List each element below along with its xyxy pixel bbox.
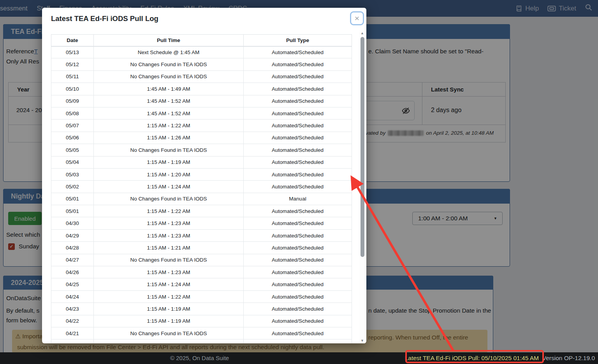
- latest-pull-status: Latest TEA Ed-Fi iODS Pull: 05/10/2025 0…: [405, 355, 539, 362]
- date-cell: 05/13: [51, 46, 94, 58]
- log-table-row: 05/01No Changes Found in TEA IODSManual: [51, 193, 352, 205]
- date-cell: 05/08: [51, 107, 94, 119]
- pull-type-cell: Automated/Scheduled: [244, 217, 352, 229]
- log-table-row: 05/041:15 AM - 1:19 AMAutomated/Schedule…: [51, 156, 352, 168]
- pull-time-cell: 1:15 AM - 1:22 AM: [94, 120, 244, 132]
- log-table-row: 05/021:15 AM - 1:24 AMAutomated/Schedule…: [51, 181, 352, 193]
- date-cell: 05/11: [51, 70, 94, 83]
- log-table-row: 04/231:15 AM - 1:19 AMAutomated/Schedule…: [51, 303, 352, 315]
- date-cell: 04/23: [51, 303, 94, 315]
- log-table-row: 05/13Next Schedule @ 1:45 AMAutomated/Sc…: [51, 46, 352, 58]
- date-cell: 05/10: [51, 83, 94, 95]
- log-table-row: 05/071:15 AM - 1:22 AMAutomated/Schedule…: [51, 120, 352, 132]
- date-cell: 04/22: [51, 315, 94, 327]
- pull-log-table: DatePull TimePull Type 05/13Next Schedul…: [51, 34, 352, 343]
- pull-time-cell: 1:45 AM - 1:49 AM: [94, 83, 244, 95]
- pull-type-cell: Automated/Scheduled: [244, 168, 352, 180]
- date-cell: 05/02: [51, 181, 94, 193]
- log-table-row: 05/12No Changes Found in TEA IODSAutomat…: [51, 58, 352, 70]
- pull-time-cell: No Changes Found in TEA IODS: [94, 144, 244, 156]
- pull-time-cell: No Changes Found in TEA IODS: [94, 339, 244, 343]
- date-cell: 05/01: [51, 193, 94, 205]
- pull-time-cell: 1:15 AM - 1:22 AM: [94, 205, 244, 217]
- pull-time-cell: 1:15 AM - 1:19 AM: [94, 315, 244, 327]
- pull-time-cell: 1:15 AM - 1:19 AM: [94, 156, 244, 168]
- copyright-text: © 2025, On Data Suite: [170, 355, 229, 361]
- modal-scrollbar[interactable]: ▲ ▼: [359, 30, 366, 343]
- pull-type-cell: Automated/Scheduled: [244, 144, 352, 156]
- pull-type-cell: Automated/Scheduled: [244, 229, 352, 241]
- pull-type-cell: Automated/Scheduled: [244, 156, 352, 168]
- page: sessmentStaffFinanceAccountabilityEd-Fi …: [0, 0, 598, 364]
- log-table-row: 04/261:15 AM - 1:23 AMAutomated/Schedule…: [51, 266, 352, 278]
- log-table-row: 05/101:45 AM - 1:49 AMAutomated/Schedule…: [51, 83, 352, 95]
- date-cell: 04/30: [51, 217, 94, 229]
- pull-time-cell: No Changes Found in TEA IODS: [94, 254, 244, 266]
- pull-type-cell: Automated/Scheduled: [244, 58, 352, 70]
- log-table-header-row: DatePull TimePull Type: [51, 35, 352, 46]
- pull-type-cell: Automated/Scheduled: [244, 70, 352, 83]
- date-cell: 05/06: [51, 132, 94, 144]
- pull-type-cell: Automated/Scheduled: [244, 95, 352, 107]
- pull-type-cell: Automated/Scheduled: [244, 205, 352, 217]
- pull-time-cell: Next Schedule @ 1:45 AM: [94, 46, 244, 58]
- log-table-row: 05/011:15 AM - 1:22 AMAutomated/Schedule…: [51, 205, 352, 217]
- pull-time-cell: 1:15 AM - 1:23 AM: [94, 229, 244, 241]
- date-cell: 05/03: [51, 168, 94, 180]
- pull-type-cell: Automated/Scheduled: [244, 290, 352, 302]
- date-cell: 05/09: [51, 95, 94, 107]
- date-cell: 04/26: [51, 266, 94, 278]
- pull-time-cell: No Changes Found in TEA IODS: [94, 70, 244, 83]
- pull-time-cell: 1:15 AM - 1:20 AM: [94, 168, 244, 180]
- scrollbar-thumb[interactable]: [361, 37, 364, 257]
- pull-type-cell: Automated/Scheduled: [244, 315, 352, 327]
- date-cell: 04/21: [51, 327, 94, 339]
- pull-type-cell: Automated/Scheduled: [244, 107, 352, 119]
- log-table-row: 05/061:15 AM - 1:26 AMAutomated/Schedule…: [51, 132, 352, 144]
- pull-time-cell: 1:15 AM - 1:23 AM: [94, 266, 244, 278]
- pull-log-modal: Latest TEA Ed-Fi iODS Pull Log × DatePul…: [42, 8, 366, 343]
- pull-type-cell: Automated/Scheduled: [244, 181, 352, 193]
- scroll-up-icon[interactable]: ▲: [361, 31, 364, 35]
- modal-title: Latest TEA Ed-Fi iODS Pull Log: [51, 14, 158, 23]
- log-table-row: 05/031:15 AM - 1:20 AMAutomated/Schedule…: [51, 168, 352, 180]
- pull-type-cell: Manual: [244, 193, 352, 205]
- date-cell: 05/12: [51, 58, 94, 70]
- log-table-row: 04/301:15 AM - 1:23 AMAutomated/Schedule…: [51, 217, 352, 229]
- pull-time-cell: 1:15 AM - 1:19 AM: [94, 303, 244, 315]
- pull-type-cell: Automated/Scheduled: [244, 327, 352, 339]
- pull-time-cell: 1:45 AM - 1:52 AM: [94, 107, 244, 119]
- date-cell: 04/24: [51, 290, 94, 302]
- pull-type-cell: Automated/Scheduled: [244, 278, 352, 290]
- pull-time-cell: 1:15 AM - 1:22 AM: [94, 290, 244, 302]
- pull-time-cell: 1:15 AM - 1:24 AM: [94, 278, 244, 290]
- pull-type-cell: Automated/Scheduled: [244, 303, 352, 315]
- pull-type-cell: Automated/Scheduled: [244, 242, 352, 254]
- pull-time-cell: No Changes Found in TEA IODS: [94, 193, 244, 205]
- log-table-body: 05/13Next Schedule @ 1:45 AMAutomated/Sc…: [51, 46, 352, 344]
- pull-time-cell: No Changes Found in TEA IODS: [94, 58, 244, 70]
- log-table-row: 05/11No Changes Found in TEA IODSAutomat…: [51, 70, 352, 83]
- pull-type-cell: Automated/Scheduled: [244, 339, 352, 343]
- scroll-down-icon[interactable]: ▼: [361, 339, 364, 343]
- pull-time-cell: 1:15 AM - 1:26 AM: [94, 132, 244, 144]
- pull-time-cell: 1:45 AM - 1:52 AM: [94, 95, 244, 107]
- log-table-row: 04/251:15 AM - 1:24 AMAutomated/Schedule…: [51, 278, 352, 290]
- pull-time-cell: No Changes Found in TEA IODS: [94, 327, 244, 339]
- date-cell: 04/28: [51, 242, 94, 254]
- date-cell: 04/29: [51, 229, 94, 241]
- log-table-row: 05/05No Changes Found in TEA IODSAutomat…: [51, 144, 352, 156]
- log-table-row: 04/27No Changes Found in TEA IODSAutomat…: [51, 254, 352, 266]
- date-cell: 05/05: [51, 144, 94, 156]
- log-table-row: 04/221:15 AM - 1:19 AMAutomated/Schedule…: [51, 315, 352, 327]
- date-cell: 04/25: [51, 278, 94, 290]
- log-column-header: Pull Type: [244, 35, 352, 46]
- version-text: Version OP-12.19.0: [542, 355, 595, 362]
- pull-type-cell: Automated/Scheduled: [244, 46, 352, 58]
- close-icon[interactable]: ×: [350, 11, 364, 25]
- pull-type-cell: Automated/Scheduled: [244, 83, 352, 95]
- date-cell: 05/04: [51, 156, 94, 168]
- log-table-row: 04/291:15 AM - 1:23 AMAutomated/Schedule…: [51, 229, 352, 241]
- date-cell: 04/20: [51, 339, 94, 343]
- pull-type-cell: Automated/Scheduled: [244, 266, 352, 278]
